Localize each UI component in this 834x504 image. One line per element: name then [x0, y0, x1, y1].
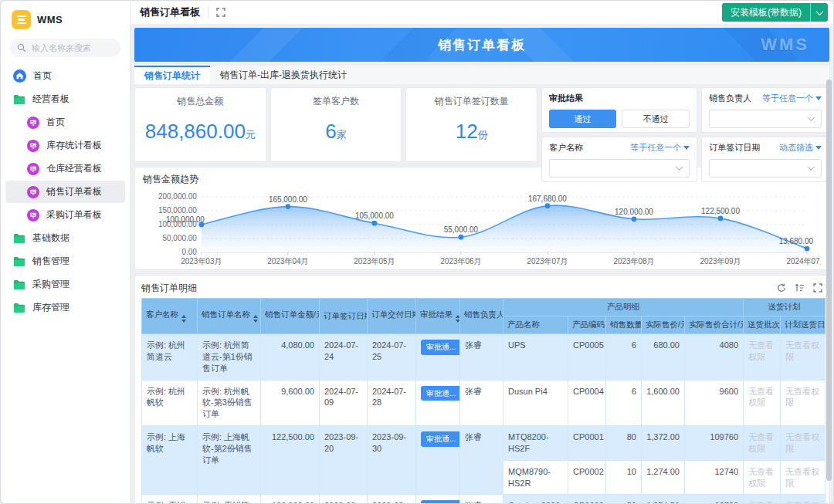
search-input[interactable]: [30, 42, 115, 53]
triangle-down-icon: [815, 96, 822, 100]
home-icon: [13, 69, 26, 83]
sort-both-icon[interactable]: [253, 315, 258, 323]
cell-customer: 示例: 杭州帆软: [142, 380, 198, 426]
sidebar-item-label: 销售管理: [32, 255, 70, 268]
sign-date-select[interactable]: [709, 159, 822, 178]
banner-title: 销售订单看板: [438, 36, 526, 54]
filter-sign-date-label: 订单签订日期: [709, 142, 760, 154]
cell-sales-person: 张睿: [460, 426, 503, 495]
cell-price: 1,274.00: [642, 460, 685, 495]
sign-date-condition-dropdown[interactable]: 动态筛选: [779, 142, 822, 154]
stat-value: 848,860.00元: [145, 120, 256, 144]
dashboard-icon: [27, 117, 39, 129]
cell-product-code: CP0003: [568, 495, 606, 503]
install-template-caret-button[interactable]: [810, 3, 828, 22]
table-row[interactable]: 示例: 上海帆软示例: 上海帆软-第2份销售订单122,500.002023-0…: [142, 426, 826, 461]
column-sort-icon[interactable]: [795, 283, 805, 293]
svg-text:165,000.00: 165,000.00: [269, 195, 307, 204]
col-header-销售订单金额/元[interactable]: 销售订单金额/元: [261, 299, 320, 334]
cell-order-name: 示例: 杭州帆软-第3份销售订单: [198, 380, 261, 426]
col-header-订单签订日期[interactable]: 订单签订日期: [320, 299, 368, 334]
sidebar-item-库存管理[interactable]: 库存管理: [5, 296, 125, 319]
sidebar-item-采购订单看板[interactable]: 采购订单看板: [5, 204, 125, 226]
cell-delivery-batch: 无查看权限: [744, 426, 781, 461]
tab-销售订单-出库-退换货执行统计[interactable]: 销售订单-出库-退换货执行统计: [210, 66, 357, 84]
sidebar-item-label: 经营看板: [32, 93, 70, 106]
folder-icon: [13, 256, 25, 267]
cell-order-name: 示例: 上海帆软-第2份销售订单: [198, 426, 261, 495]
svg-text:2023年05月: 2023年05月: [354, 257, 395, 266]
sales-person-condition-dropdown[interactable]: 等于任意一个: [762, 93, 822, 104]
fullscreen-icon[interactable]: [216, 8, 225, 17]
cell-qty: 6: [606, 380, 642, 426]
cell-product-name: MTQ8200-HS2F: [503, 426, 568, 461]
cell-plan-date: 无查看权限: [781, 380, 826, 426]
cell-delivery-batch: 无查看权限: [744, 495, 781, 503]
sales-trend-card: 销售金额趋势 200,000.00150,000.00100,000.0050,…: [134, 167, 829, 270]
approval-pass-button[interactable]: 通过: [549, 110, 616, 128]
col-header-销售负责人[interactable]: 销售负责人: [460, 299, 503, 334]
filter-column-right: 销售负责人 等于任意一个 订单签订日期 动态筛选: [701, 87, 829, 162]
sidebar-item-经营看板[interactable]: 经营看板: [5, 88, 125, 110]
sidebar-item-库存统计看板[interactable]: 库存统计看板: [5, 134, 125, 157]
sort-both-icon[interactable]: [456, 315, 460, 323]
col-header-客户名称[interactable]: 客户名称: [142, 299, 198, 334]
sidebar-search[interactable]: [10, 39, 120, 57]
col-header-订单交付日期[interactable]: 订单交付日期: [368, 299, 416, 334]
cell-qty: 80: [606, 426, 642, 461]
svg-text:2023年07月: 2023年07月: [527, 257, 568, 266]
table-fullscreen-icon[interactable]: [813, 283, 822, 293]
stat-label: 销售总金额: [177, 95, 223, 108]
order-detail-card: 销售订单明细 客户名称销售订单名称销售订单金额/元订单签订日期订单交付日期审批结…: [134, 275, 829, 503]
app-window: WMS 首页经营看板首页库存统计看板仓库经营看板销售订单看板采购订单看板基础数据…: [0, 0, 834, 504]
divider: [208, 8, 208, 17]
sidebar-item-首页[interactable]: 首页: [5, 111, 125, 134]
sort-both-icon[interactable]: [181, 315, 186, 323]
svg-text:2024年07月: 2024年07月: [786, 257, 821, 266]
customer-condition-dropdown[interactable]: 等于任意一个: [630, 142, 690, 154]
sidebar-item-首页[interactable]: 首页: [5, 65, 125, 87]
sidebar-item-销售管理[interactable]: 销售管理: [5, 250, 125, 272]
folder-icon: [13, 233, 25, 244]
sales-person-select[interactable]: [709, 110, 822, 128]
col-header-审批结果[interactable]: 审批结果: [416, 299, 460, 334]
dashboard-icon: [27, 186, 39, 198]
cell-delivery-date: 2024-07-25: [368, 334, 416, 381]
tab-销售订单统计[interactable]: 销售订单统计: [134, 66, 210, 84]
cell-product-code: CP0004: [568, 380, 606, 426]
col-header-销售订单名称[interactable]: 销售订单名称: [198, 299, 261, 334]
install-template-button[interactable]: 安装模板(带数据): [722, 3, 810, 22]
triangle-down-icon: [815, 146, 822, 150]
table-row[interactable]: 示例: 杭州简道云示例: 杭州简道云-第1份销售订单4,080.002024-0…: [142, 334, 826, 381]
cell-plan-date: 无查看权限: [781, 334, 826, 381]
cell-delivery-date: 2023-08-17: [368, 495, 416, 503]
cell-product-code: CP0002: [568, 460, 606, 495]
cell-delivery-batch: 无查看权限: [744, 380, 781, 426]
sidebar-item-仓库经营看板[interactable]: 仓库经营看板: [5, 157, 125, 180]
table-row[interactable]: 示例: 无锡简道云示例: 无锡简道云-第4份销售订单120,000.002023…: [142, 495, 826, 503]
table-row[interactable]: 示例: 杭州帆软示例: 杭州帆软-第3份销售订单9,600.002024-07-…: [142, 380, 826, 426]
svg-text:2023年08月: 2023年08月: [613, 257, 654, 266]
stat-value: 6家: [325, 120, 346, 144]
cell-sign-date: 2024-07-24: [320, 334, 368, 381]
sidebar-item-基础数据[interactable]: 基础数据: [5, 227, 125, 249]
filter-approval-label: 审批结果: [549, 93, 583, 104]
customer-select[interactable]: [549, 159, 690, 178]
vertical-scrollbar[interactable]: [826, 79, 832, 481]
cell-approval: 审批通...: [416, 426, 460, 495]
cell-price: 1,372.00: [642, 426, 685, 461]
dashboard-icon: [27, 209, 39, 222]
topbar: 销售订单看板 安装模板(带数据): [131, 1, 833, 24]
scrollbar-thumb[interactable]: [826, 79, 832, 481]
cell-sales-person: 张睿: [460, 380, 503, 426]
cell-price-total: 4080: [685, 334, 744, 381]
cell-product-name: UPS: [503, 334, 568, 381]
refresh-icon[interactable]: [777, 283, 786, 293]
svg-text:150,000.00: 150,000.00: [158, 206, 197, 215]
cell-delivery-batch: 无查看权限: [744, 334, 781, 381]
approval-badge: 审批通...: [421, 500, 460, 503]
cell-price-total: 62728: [685, 495, 744, 503]
sidebar-item-销售订单看板[interactable]: 销售订单看板: [5, 181, 125, 203]
approval-fail-button[interactable]: 不通过: [622, 110, 690, 128]
sidebar-item-采购管理[interactable]: 采购管理: [5, 273, 125, 296]
